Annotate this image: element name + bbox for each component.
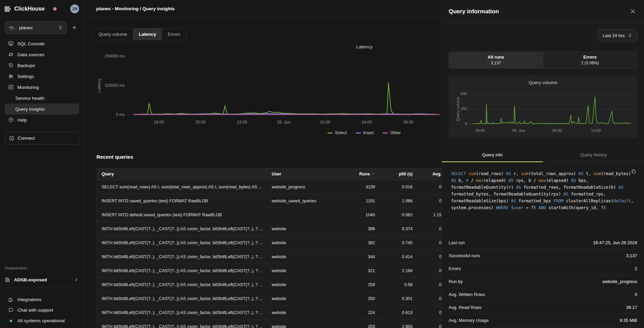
sidebar-footer: IntegrationsChat with supportAll systems…: [0, 294, 84, 328]
cell-user: website: [272, 240, 345, 245]
time-range-select[interactable]: Last 24 hrs: [598, 29, 637, 42]
table-row[interactable]: INSERT INTO saved_queries (text) FORMAT …: [97, 194, 446, 208]
close-icon[interactable]: [628, 7, 637, 16]
chevron-right-icon: [74, 277, 79, 282]
query-information-panel: Query information Last 24 hrs All runs3,…: [441, 0, 644, 328]
cell-query: WITH bitShiftLeft(CAST(?..), _CAST(?..))…: [102, 254, 272, 259]
connect-button[interactable]: Connect: [5, 132, 79, 144]
column-header-query: Query: [102, 172, 272, 176]
stat-label: Last run: [449, 240, 465, 245]
cell-p50: 0.062: [375, 213, 413, 217]
column-header-p50-s[interactable]: p50 (s): [375, 172, 413, 176]
sidebar-item-data-sources[interactable]: Data sources: [5, 49, 79, 60]
sidebar-item-all-systems-operational[interactable]: All systems operational: [5, 315, 79, 326]
cell-query: WITH bitShiftLeft(CAST(?..), _CAST(?..))…: [102, 310, 272, 315]
table-header-row: QueryUserRunsp50 (s)Avg.: [97, 168, 446, 180]
y-axis-tick: 200000 ms: [85, 54, 125, 59]
table-row[interactable]: INSERT INTO default.saved_queries (text)…: [97, 208, 446, 222]
footer-item-label: Chat with support: [17, 308, 53, 313]
table-row[interactable]: WITH bitShiftLeft(CAST(?..), _CAST(?..))…: [97, 236, 446, 250]
copy-icon[interactable]: [631, 169, 637, 175]
segment-label: Errors: [543, 54, 637, 60]
column-header-label: Runs: [359, 172, 370, 176]
integrations-icon: [8, 297, 14, 302]
table-row[interactable]: WITH bitShiftLeft(CAST(?..), _CAST(?..))…: [97, 292, 446, 306]
notification-dot-icon: [53, 7, 57, 11]
cell-query: WITH bitShiftLeft(CAST(?..), _CAST(?..))…: [102, 268, 272, 273]
stat-value: 0: [635, 292, 637, 297]
y-axis-tick: 0 ms: [85, 112, 125, 117]
table-row[interactable]: WITH bitShiftLeft(CAST(?..), _CAST(?..))…: [97, 264, 446, 278]
sidebar-item-monitoring[interactable]: Monitoring: [5, 82, 79, 93]
cell-runs: 344: [345, 254, 375, 259]
sidebar-item-label: SQL Console: [17, 41, 45, 46]
sql-line: formatted_bytes, formatReadableQuantity(…: [451, 191, 635, 198]
cell-runs: 382: [345, 240, 375, 245]
cell-avg: 0: [413, 199, 441, 203]
stat-label: Avg. Read Rows: [449, 305, 482, 310]
sidebar-item-query-insights[interactable]: Query insights: [5, 104, 79, 114]
legend-item-select[interactable]: Select: [327, 130, 347, 135]
cell-avg: 0: [413, 185, 441, 189]
legend-dash-icon: [383, 132, 388, 134]
cell-avg: 0: [413, 296, 441, 301]
sql-code: SELECT sum(read_rows) AS r, sum(total_ro…: [451, 170, 635, 211]
sidebar-item-sql-console[interactable]: SQL Console: [5, 38, 79, 49]
cell-query: INSERT INTO saved_queries (text) FORMAT …: [102, 199, 272, 203]
panel-tab-group: Query infoQuery history: [442, 150, 644, 162]
segment-errors[interactable]: Errors2 (0.06%): [543, 52, 637, 68]
segment-all-runs[interactable]: All runs3,137: [449, 52, 543, 68]
sidebar-item-backups[interactable]: Backups: [5, 60, 79, 71]
clickhouse-logo-icon: [5, 6, 11, 12]
table-row[interactable]: WITH bitShiftLeft(CAST(?..), _CAST(?..))…: [97, 278, 446, 292]
cell-user: website: [272, 227, 345, 231]
tab-errors[interactable]: Errors: [162, 29, 186, 40]
legend-item-other[interactable]: Other: [383, 130, 401, 135]
sidebar-item-label: Data sources: [17, 52, 45, 57]
cell-user: website: [272, 268, 345, 273]
column-header-avg[interactable]: Avg.: [413, 172, 441, 176]
table-row[interactable]: WITH bitShiftLeft(CAST(?..), _CAST(?..))…: [97, 222, 446, 236]
sql-line: formatReadableSize(bps) AS formatted_bps…: [451, 198, 635, 204]
cell-p50: 0.374: [375, 227, 413, 231]
recent-queries-title: Recent queries: [96, 154, 446, 160]
service-selector[interactable]: aws planes: [5, 21, 67, 34]
cell-avg: 1.15: [413, 213, 441, 217]
stat-value: 16:47:25, Jun 28 2024: [593, 240, 637, 245]
table-row[interactable]: WITH bitShiftLeft(CAST(?..), _CAST(?..))…: [97, 320, 446, 328]
panel-header: Query information: [442, 0, 644, 23]
stat-label: Run by: [449, 279, 463, 284]
cell-p50: 2.953: [375, 324, 413, 328]
sql-line: system.processes) WHERE (user = ?) AND s…: [451, 204, 635, 211]
sidebar-item-service-health[interactable]: Service health: [5, 93, 79, 104]
sidebar-item-settings[interactable]: Settings: [5, 71, 79, 82]
x-axis-tick: 22:00: [237, 120, 247, 125]
y-axis-tick: 250: [453, 107, 467, 111]
stat-value: 2: [635, 266, 637, 271]
column-header-runs[interactable]: Runs: [345, 172, 375, 177]
connect-icon: [9, 136, 14, 141]
runs-errors-segments: All runs3,137Errors2 (0.06%): [449, 52, 637, 68]
sidebar-item-integrations[interactable]: Integrations: [5, 294, 79, 305]
legend-dash-icon: [356, 132, 361, 134]
panel-tab-query-info[interactable]: Query info: [442, 150, 543, 162]
sidebar-item-help[interactable]: Help: [5, 114, 79, 125]
avatar[interactable]: ZN: [70, 4, 79, 13]
tab-query-volume[interactable]: Query volume: [93, 29, 133, 40]
sort-down-icon: [371, 172, 375, 177]
organization-selector[interactable]: ADSB.exposed: [5, 274, 79, 285]
sidebar-divider: [0, 287, 84, 287]
cell-avg: 0: [413, 310, 441, 315]
table-row[interactable]: WITH bitShiftLeft(CAST(?..), _CAST(?..))…: [97, 250, 446, 264]
table-row[interactable]: WITH bitShiftLeft(CAST(?..), _CAST(?..))…: [97, 306, 446, 320]
sql-line: SELECT sum(read_rows) AS r, sum(total_ro…: [451, 170, 635, 177]
stat-value: 9.35 MiB: [620, 318, 637, 323]
data-sources-icon: [8, 52, 14, 57]
legend-item-insert[interactable]: Insert: [356, 130, 374, 135]
panel-tab-query-history[interactable]: Query history: [543, 150, 644, 162]
sidebar-item-chat-with-support[interactable]: Chat with support: [5, 305, 79, 315]
add-service-button[interactable]: [70, 23, 79, 32]
table-row[interactable]: SELECT sum(read_rows) AS r, sum(total_ro…: [97, 180, 446, 194]
tab-latency[interactable]: Latency: [133, 29, 162, 40]
segment-value: 3,137: [449, 61, 543, 65]
